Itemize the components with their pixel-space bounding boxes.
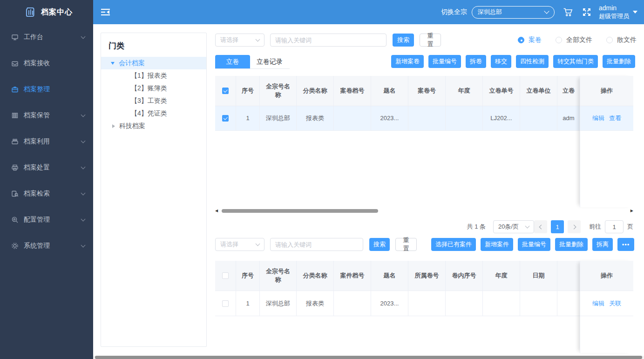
add-item-button[interactable]: 新增案件 [481,238,513,251]
item-keyword-input[interactable] [270,238,363,251]
tree-node-accounting-archive[interactable]: 会计档案 [101,57,206,69]
sidebar-item-archive-usage[interactable]: 档案利用 [0,129,93,155]
radio-dot-icon [518,37,524,43]
more-actions-button[interactable]: ••• [617,238,634,251]
cell-category-name: 报表类 [297,106,334,131]
transfer-button[interactable]: 移交 [491,55,511,68]
keyword-input[interactable] [270,34,386,47]
app-logo: 档案中心 [0,0,93,24]
search-button[interactable]: 搜索 [393,34,414,47]
next-page-button[interactable] [568,220,581,233]
scroll-left-icon[interactable]: ◀ [215,208,220,214]
sidebar-item-system[interactable]: 系统管理 [0,233,93,259]
goto-page-input[interactable] [605,220,624,233]
op-column-header: 操作 [580,76,633,106]
caret-expanded-icon[interactable] [111,62,115,65]
row-checkbox[interactable] [222,115,229,122]
item-batch-number-button[interactable]: 批量编号 [518,238,550,251]
total-count: 共 1 条 [467,223,486,231]
sidebar-item-label: 配置管理 [24,216,81,224]
sidebar-item-archive-search[interactable]: 档案检索 [0,181,93,207]
sidebar-item-archive-receive[interactable]: 档案接收 [0,50,93,76]
caret-collapsed-icon[interactable] [112,124,115,128]
user-role: 超级管理员 [599,12,629,20]
item-field-select[interactable]: 请选择 [215,238,264,251]
current-page[interactable]: 1 [551,220,564,233]
prev-page-button[interactable] [534,220,547,233]
batch-delete-button[interactable]: 批量删除 [603,55,635,68]
tab-filing-records[interactable]: 立卷记录 [257,55,283,68]
page-size-select[interactable]: 20条/页 [493,220,534,233]
sidebar-item-archive-storage[interactable]: 档案保管 [0,102,93,129]
page-hscrollbar[interactable] [93,356,644,359]
column-header: 题名 [371,261,408,291]
chevron-down-icon [81,138,86,143]
cell-category-name: 报表类 [297,291,334,316]
case-table-hscrollbar[interactable]: ◀ ▶ [215,208,633,214]
column-header: 所属卷号 [408,261,446,291]
radio-case-file[interactable]: 案卷 [518,36,542,44]
four-property-check-button[interactable]: 四性检测 [516,55,549,68]
case-table-row[interactable]: 1 深圳总部 报表类 2023... LJ202... adm [215,106,633,131]
archive-organize-icon [11,86,19,93]
cell-year [446,106,483,131]
scrollbar-thumb[interactable] [95,356,642,359]
column-header: 题名 [371,76,408,106]
scroll-right-icon[interactable]: ▶ [629,208,633,214]
add-case-button[interactable]: 新增案卷 [391,55,424,68]
split-volume-button[interactable]: 拆卷 [466,55,486,68]
row-checkbox[interactable] [222,300,229,307]
tree-node-ledger-class[interactable]: 【2】账簿类 [101,82,206,95]
select-all-checkbox[interactable] [222,88,229,94]
reset-button[interactable]: 重置 [420,34,441,47]
select-existing-item-button[interactable]: 选择已有案件 [431,238,476,251]
op-cell: 编辑 查看 [580,106,633,131]
sidebar-item-workbench[interactable]: 工作台 [0,24,93,50]
transfer-other-category-button[interactable]: 转交其他门类 [553,55,598,68]
view-mode-radios: 案卷 全部文件 散文件 [518,34,637,47]
tree-node-voucher-class[interactable]: 【4】凭证类 [101,107,206,120]
item-batch-delete-button[interactable]: 批量删除 [555,238,588,251]
item-search-button[interactable]: 搜索 [369,238,390,251]
tree-node-report-class[interactable]: 【1】报表类 [101,69,206,82]
cell-volume-seq [446,291,483,316]
item-table-op-column: 操作 编辑 关联 [580,261,633,353]
tab-filing[interactable]: 立卷 [215,55,250,68]
scrollbar-track[interactable] [220,208,629,214]
edit-link[interactable]: 编辑 [592,299,604,308]
menu-collapse-icon[interactable] [101,8,111,16]
detach-button[interactable]: 拆离 [592,238,613,251]
user-menu[interactable]: admin 超级管理员 [599,4,629,20]
sidebar-item-label: 档案保管 [24,111,81,120]
field-select[interactable]: 请选择 [215,34,264,47]
item-reset-button[interactable]: 重置 [395,238,417,251]
scrollbar-thumb[interactable] [222,209,378,213]
select-all-checkbox[interactable] [222,272,229,279]
item-table-row[interactable]: 1 深圳总部 报表类 2023... [215,291,633,316]
fullscreen-icon[interactable] [582,7,591,17]
field-select-placeholder: 请选择 [220,36,256,44]
cell-filer: adm [557,106,580,131]
sidebar-item-archive-disposal[interactable]: 档案处置 [0,155,93,181]
sidebar-item-config[interactable]: 配置管理 [0,207,93,233]
relate-link[interactable]: 关联 [609,299,621,308]
view-link[interactable]: 查看 [609,114,621,122]
radio-all-files[interactable]: 全部文件 [556,36,592,44]
cart-icon[interactable] [563,7,574,17]
fonds-select[interactable]: 深圳总部 [472,6,555,19]
chevron-down-icon [256,37,260,42]
chevron-down-icon [256,242,260,246]
sidebar-item-label: 档案检索 [24,190,81,198]
sidebar-item-archive-organize[interactable]: 档案整理 [0,76,93,102]
tree-node-salary-class[interactable]: 【3】工资类 [101,95,206,107]
category-panel-title: 门类 [108,41,206,51]
column-header: 全宗号名称 [260,261,297,291]
radio-loose-files[interactable]: 散文件 [606,36,637,44]
tree-node-tech-archive[interactable]: 科技档案 [101,120,206,132]
radio-label: 案卷 [529,36,542,44]
system-icon [11,242,19,250]
batch-number-button[interactable]: 批量编号 [428,55,461,68]
caret-down-icon [633,11,637,14]
column-header: 立卷单号 [483,76,520,106]
edit-link[interactable]: 编辑 [592,114,604,122]
